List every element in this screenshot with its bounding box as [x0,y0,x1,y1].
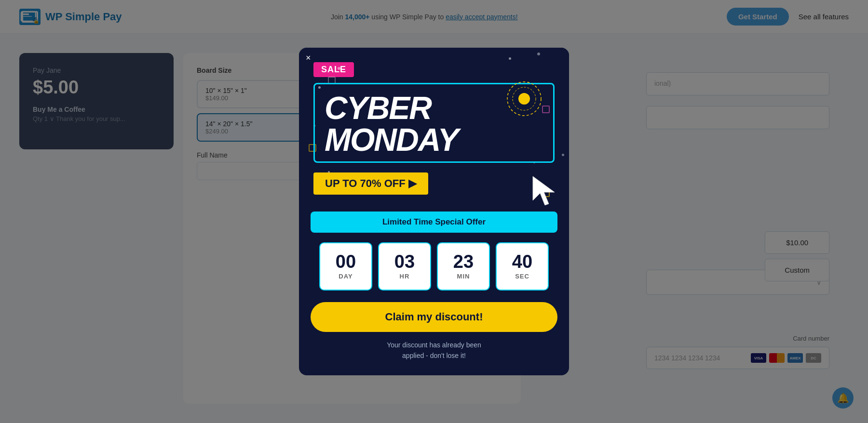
promo-modal: × SALE [299,48,569,376]
days-value: 00 [336,252,356,271]
claim-discount-button[interactable]: Claim my discount! [311,302,557,332]
cyber-monday-box: CYBER MONDAY [313,83,555,163]
svg-point-7 [518,93,530,105]
svg-marker-8 [533,176,555,205]
countdown-minutes: 23 MIN [437,242,490,291]
modal-body: Limited Time Special Offer 00 DAY 03 HR … [299,212,569,361]
deco-dot-3 [509,57,511,60]
countdown-days: 00 DAY [319,242,372,291]
deco-dot-6 [537,53,540,55]
modal-overlay: × SALE [0,0,868,423]
hours-value: 03 [394,252,415,271]
discount-applied-text: Your discount has already been applied -… [311,340,557,361]
countdown-seconds: 40 SEC [496,242,549,291]
minutes-value: 23 [453,252,474,271]
limited-offer-bar: Limited Time Special Offer [311,212,557,233]
modal-close-button[interactable]: × [306,53,311,62]
deco-dot-7 [562,154,564,156]
deco-dot-1 [338,67,340,70]
seconds-label: SEC [515,273,529,280]
minutes-label: MIN [457,273,470,280]
modal-hero: SALE CYBER MONDAY UP TO 70% OFF ▶ [299,48,569,212]
discount-banner: UP TO 70% OFF ▶ [313,172,428,195]
circle-decoration [505,79,543,118]
hours-label: HR [400,273,410,280]
seconds-value: 40 [512,252,532,271]
cursor-icon [530,174,559,211]
discount-row: UP TO 70% OFF ▶ [313,172,555,197]
countdown-hours: 03 HR [378,242,431,291]
days-label: DAY [339,273,353,280]
countdown-timer: 00 DAY 03 HR 23 MIN 40 SEC [311,242,557,291]
cyber-line2: MONDAY [325,124,543,156]
